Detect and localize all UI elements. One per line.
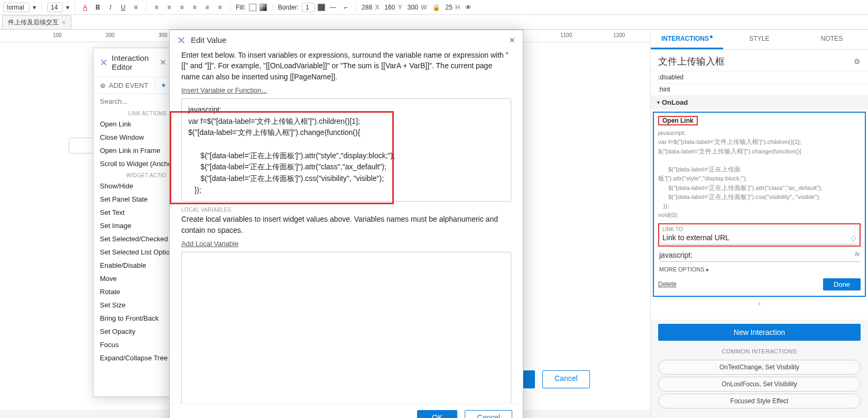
tab-notes[interactable]: NOTES xyxy=(796,30,868,49)
ie-action-item[interactable]: Set Opacity xyxy=(94,325,172,338)
link-to-field[interactable]: LINK TO Link to external URL◇ xyxy=(658,223,861,247)
common-interaction-button[interactable]: OnLostFocus, Set Visibility xyxy=(658,377,861,392)
page-tab-label: 件上传及后续交互 xyxy=(8,18,59,27)
fill-grad-swatch[interactable] xyxy=(260,4,267,11)
ie-action-item[interactable]: Focus xyxy=(94,338,172,351)
ie-action-item[interactable]: Enable/Disable xyxy=(94,259,172,272)
ie-section-links: LINK ACTIONS xyxy=(94,108,172,117)
common-interaction-button[interactable]: Focused Style Effect xyxy=(658,394,861,408)
local-vars-header: LOCAL VARIABLES xyxy=(181,202,511,214)
ie-action-item[interactable]: Move xyxy=(94,272,172,285)
action-preview: javascript: var f=$("[data-label='文件上传输入… xyxy=(658,129,861,220)
ie-action-item[interactable]: Set Selected List Option xyxy=(94,246,172,259)
bg-ok-button xyxy=(523,370,535,388)
ie-search-input[interactable] xyxy=(94,94,172,108)
dialog-help-text: Enter text below. To insert variables or… xyxy=(181,50,511,82)
widget-name: 文件上传输入框 xyxy=(658,55,725,68)
new-interaction-button[interactable]: New Interaction xyxy=(658,324,861,341)
italic-icon[interactable]: I xyxy=(106,3,115,12)
border-style-icon[interactable]: — xyxy=(328,3,338,12)
para-style-select[interactable]: lormal xyxy=(3,3,30,12)
axure-logo-icon xyxy=(177,36,186,44)
fill-swatch[interactable] xyxy=(249,4,256,11)
ie-action-item[interactable]: Set Image xyxy=(94,219,172,232)
delete-action-link[interactable]: Delete xyxy=(658,280,677,288)
align-top-icon[interactable]: ≡ xyxy=(190,3,199,12)
page-tab[interactable]: 件上传及后续交互 × xyxy=(2,15,71,29)
ie-action-item[interactable]: Expand/Collapse Tree Noc xyxy=(94,351,172,365)
canvas[interactable]: 100 200 300 1100 1200 Cancel Interaction… xyxy=(0,30,650,418)
add-event-button[interactable]: ⊕ ADD EVENT xyxy=(94,77,155,94)
align-center-icon[interactable]: ≡ xyxy=(164,3,174,12)
ie-action-item[interactable]: Set Size xyxy=(94,298,172,312)
fx-icon[interactable]: fx xyxy=(855,251,860,259)
align-middle-icon[interactable]: ≡ xyxy=(202,3,212,12)
insert-variable-link[interactable]: Insert Variable or Function... xyxy=(181,86,267,94)
coords-readout: 288 X 160 Y 300 W 🔒 25 H 👁 xyxy=(362,4,472,11)
ie-action-item[interactable]: Show/Hide xyxy=(94,179,172,193)
done-button[interactable]: Done xyxy=(823,278,861,290)
font-size-input[interactable]: 14 xyxy=(47,3,63,12)
value-textarea[interactable]: javascript: var f=$("[data-label='文件上传输入… xyxy=(181,98,511,202)
align-left-icon[interactable]: ≡ xyxy=(152,3,161,12)
ie-action-item[interactable]: Close Window xyxy=(94,131,172,144)
ie-section-widget: WIDGET ACTIO xyxy=(94,170,172,179)
font-color-icon[interactable]: A xyxy=(80,3,90,12)
cancel-button[interactable]: Cancel xyxy=(465,410,512,418)
common-interaction-button[interactable]: OnTextChange, Set Visibility xyxy=(658,360,861,375)
ok-button[interactable]: OK xyxy=(417,410,457,418)
local-vars-area[interactable] xyxy=(181,252,511,403)
settings-icon[interactable]: ⚙ xyxy=(854,57,861,66)
chevron-down-icon: ▾ xyxy=(657,99,660,105)
dropdown-icon: ▾ xyxy=(66,4,69,11)
bold-icon[interactable]: B xyxy=(93,3,103,12)
close-icon[interactable]: ✕ xyxy=(160,58,167,67)
ie-title-label: Interaction Editor xyxy=(112,53,165,71)
border-color[interactable] xyxy=(318,4,325,11)
ie-action-item[interactable]: Set Selected/Checked xyxy=(94,232,172,246)
tab-style[interactable]: STYLE xyxy=(723,30,796,49)
close-icon[interactable]: ✕ xyxy=(509,36,515,44)
pseudo-disabled[interactable]: :disabled xyxy=(651,71,868,83)
page-tabs: 件上传及后续交互 × xyxy=(0,15,868,30)
axure-logo-icon xyxy=(100,58,107,67)
local-vars-help: Create local variables to insert widget … xyxy=(181,214,511,235)
more-options[interactable]: MORE OPTIONS ▸ xyxy=(658,262,861,275)
dropdown-icon: ▾ xyxy=(33,4,36,11)
ie-action-item[interactable]: Open Link xyxy=(94,117,172,131)
format-toolbar: lormal ▾ 14 ▾ A B I U ≡ ≡ ≡ ≡ ≡ ≡ ≡ Fill… xyxy=(0,0,868,15)
event-onload[interactable]: ▾OnLoad xyxy=(651,95,868,110)
add-action-icon[interactable]: + xyxy=(651,299,868,308)
pseudo-hint[interactable]: :hint xyxy=(651,83,868,95)
corner-radius-icon[interactable]: ⌐ xyxy=(341,3,350,12)
dropdown-icon: ◇ xyxy=(851,233,856,242)
action-block: Open Link javascript: var f=$("[data-lab… xyxy=(653,112,866,297)
ie-action-item[interactable]: Scroll to Widget (Anchor xyxy=(94,157,172,170)
ie-action-item[interactable]: Open Link in Frame xyxy=(94,144,172,157)
action-label[interactable]: Open Link xyxy=(658,116,698,125)
add-local-variable-link[interactable]: Add Local Variable xyxy=(181,240,238,248)
align-bottom-icon[interactable]: ≡ xyxy=(215,3,225,12)
border-width[interactable]: 1 xyxy=(302,3,315,12)
url-field[interactable]: javascript: fx xyxy=(659,250,860,262)
tab-interactions[interactable]: INTERACTIONS xyxy=(651,30,723,49)
bg-cancel-button: Cancel xyxy=(542,370,590,388)
ie-action-item[interactable]: Bring to Front/Back xyxy=(94,312,172,325)
background-dialog-buttons: Cancel xyxy=(523,370,590,388)
interaction-editor-window: Interaction Editor ✕ ⊕ ADD EVENT ✶ LINK … xyxy=(93,48,172,397)
common-interactions-header: COMMON INTERACTIONS xyxy=(651,345,868,358)
ie-action-item[interactable]: Rotate xyxy=(94,285,172,298)
dialog-title: Edit Value xyxy=(191,35,226,44)
ie-action-item[interactable]: Set Panel State xyxy=(94,193,172,206)
fill-label: Fill: xyxy=(236,4,246,11)
bullets-icon[interactable]: ≡ xyxy=(131,3,141,12)
underline-icon[interactable]: U xyxy=(118,3,128,12)
inspector-panel: INTERACTIONS STYLE NOTES 文件上传输入框 ⚙ :disa… xyxy=(650,30,868,418)
close-icon[interactable]: × xyxy=(62,19,66,26)
edit-value-dialog: Edit Value ✕ Enter text below. To insert… xyxy=(169,30,523,418)
border-label: Border: xyxy=(278,4,299,11)
ie-action-item[interactable]: Set Text xyxy=(94,206,172,219)
align-right-icon[interactable]: ≡ xyxy=(177,3,187,12)
lightning-icon: ⊕ xyxy=(100,81,106,89)
